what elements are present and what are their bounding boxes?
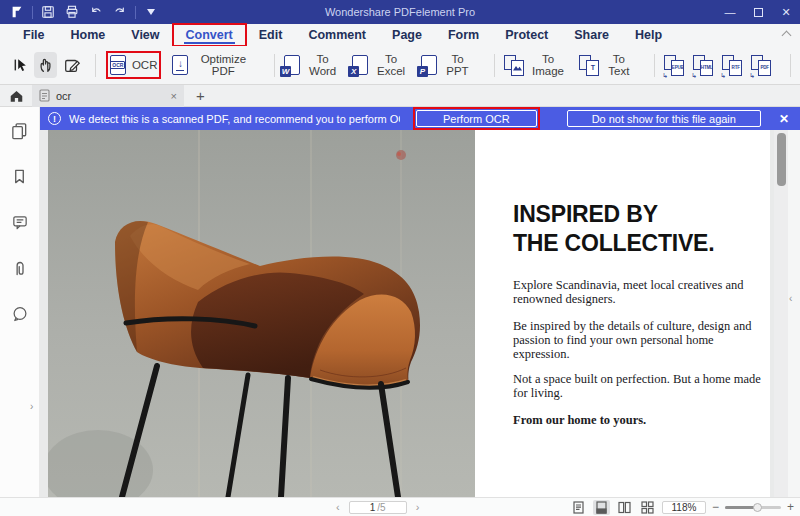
perform-ocr-button[interactable]: Perform OCR — [416, 110, 537, 127]
menu-collapse-chevron[interactable] — [783, 32, 790, 39]
document-canvas: INSPIRED BY THE COLLECTIVE. Explore Scan… — [40, 130, 800, 497]
grid-view-button[interactable] — [639, 500, 656, 515]
heading-line-1: INSPIRED BY — [513, 200, 768, 229]
more-convert-formats: EPUB↳ HTML↳ RTF↳ PDF↳ — [664, 55, 771, 76]
ocr-notification-bar: ! We detect this is a scanned PDF, and r… — [40, 107, 800, 130]
previous-page-button[interactable]: ‹ — [336, 502, 340, 513]
home-tab-button[interactable] — [0, 85, 32, 107]
menu-item-file[interactable]: File — [10, 24, 58, 46]
excel-doc-icon: X — [352, 55, 368, 75]
hand-tool-button[interactable] — [34, 52, 57, 78]
menu-item-view[interactable]: View — [118, 24, 172, 46]
ocr-label: OCR — [132, 59, 158, 71]
divider — [494, 54, 495, 77]
zoom-slider-handle[interactable] — [753, 503, 762, 512]
menu-item-edit[interactable]: Edit — [246, 24, 296, 46]
next-page-button[interactable]: › — [416, 502, 420, 513]
hand-icon — [37, 56, 55, 74]
home-icon — [9, 89, 24, 103]
to-word-label: To Word — [306, 53, 339, 77]
maximize-button[interactable] — [744, 0, 772, 24]
divider — [654, 54, 655, 77]
minimize-button[interactable]: — — [716, 0, 744, 24]
comment-panel-button[interactable] — [10, 212, 30, 232]
word-doc-icon: W — [284, 55, 300, 75]
do-not-show-button[interactable]: Do not show for this file again — [567, 110, 761, 127]
toolbar-dropdown-icon[interactable] — [142, 3, 160, 21]
undo-icon[interactable] — [87, 3, 105, 21]
text-doc-icon: T — [579, 55, 599, 76]
to-pdfa-button[interactable]: PDF↳ — [751, 55, 771, 76]
zoom-out-button[interactable]: − — [712, 501, 719, 513]
save-icon[interactable] — [39, 3, 57, 21]
menu-item-share[interactable]: Share — [561, 24, 622, 46]
chat-bubble-icon — [11, 305, 29, 323]
select-tool-button[interactable] — [8, 52, 31, 78]
optimize-pdf-button[interactable]: ↓ Optimize PDF — [172, 53, 252, 77]
ocr-icon: OCR — [110, 55, 126, 75]
to-html-button[interactable]: HTML↳ — [693, 55, 713, 76]
tab-close-icon[interactable]: × — [171, 90, 177, 102]
app-logo-icon — [8, 3, 26, 21]
menu-item-comment[interactable]: Comment — [295, 24, 379, 46]
left-panel-expander[interactable]: › — [30, 401, 33, 412]
menu-item-help[interactable]: Help — [622, 24, 675, 46]
right-panel-expander[interactable]: ‹ — [789, 293, 792, 304]
to-epub-button[interactable]: EPUB↳ — [664, 55, 684, 76]
chair-photo — [48, 130, 475, 497]
zoom-level-input[interactable]: 118% — [662, 501, 706, 514]
single-page-view-button[interactable] — [570, 500, 587, 515]
zoom-in-button[interactable]: + — [787, 501, 794, 513]
menu-bar: File Home View Convert Edit Comment Page… — [0, 24, 800, 46]
vertical-scrollbar[interactable] — [774, 130, 788, 497]
chat-panel-button[interactable] — [10, 304, 30, 324]
tab-bar: ocr × + — [0, 85, 800, 107]
menu-item-home[interactable]: Home — [58, 24, 119, 46]
close-button[interactable]: ✕ — [772, 0, 800, 24]
select-arrow-icon — [11, 56, 29, 74]
zoom-slider[interactable] — [725, 503, 781, 512]
menu-item-page[interactable]: Page — [379, 24, 435, 46]
divider — [135, 6, 136, 19]
to-image-label: To Image — [530, 53, 567, 77]
comment-icon — [11, 213, 29, 231]
two-page-view-button[interactable] — [616, 500, 633, 515]
to-rtf-button[interactable]: RTF↳ — [722, 55, 742, 76]
page-number-input[interactable]: 1 /5 — [349, 501, 407, 514]
ppt-doc-icon: P — [421, 55, 437, 75]
title-bar: Wondershare PDFelement Pro — ✕ — [0, 0, 800, 24]
left-sidebar — [0, 107, 40, 497]
to-excel-button[interactable]: X To Excel — [352, 53, 408, 77]
document-tab[interactable]: ocr × — [32, 85, 184, 107]
optimize-pdf-icon: ↓ — [172, 55, 188, 75]
thumbnail-panel-button[interactable] — [10, 120, 30, 140]
print-icon[interactable] — [63, 3, 81, 21]
single-page-icon — [572, 501, 585, 514]
divider — [790, 54, 791, 77]
notification-close-icon[interactable]: ✕ — [779, 112, 789, 126]
divider — [32, 6, 33, 19]
to-text-label: To Text — [605, 53, 632, 77]
edit-tool-button[interactable] — [60, 52, 83, 78]
page-total: /5 — [377, 502, 385, 513]
to-ppt-button[interactable]: P To PPT — [421, 53, 472, 77]
ocr-button[interactable]: OCR OCR — [110, 55, 158, 75]
document-heading: INSPIRED BY THE COLLECTIVE. — [513, 200, 768, 258]
to-image-button[interactable]: To Image — [504, 53, 567, 77]
divider — [274, 54, 275, 77]
paperclip-icon — [11, 259, 28, 277]
bookmark-panel-button[interactable] — [10, 166, 30, 186]
to-word-button[interactable]: W To Word — [284, 53, 339, 77]
thumbnails-icon — [10, 121, 29, 140]
heading-line-2: THE COLLECTIVE. — [513, 229, 768, 258]
new-tab-button[interactable]: + — [196, 87, 205, 104]
scrollbar-thumb[interactable] — [777, 133, 786, 186]
attachment-panel-button[interactable] — [10, 258, 30, 278]
continuous-view-button[interactable] — [593, 500, 610, 515]
menu-item-form[interactable]: Form — [435, 24, 492, 46]
divider — [95, 54, 96, 77]
menu-item-protect[interactable]: Protect — [492, 24, 561, 46]
redo-icon[interactable] — [111, 3, 129, 21]
to-text-button[interactable]: T To Text — [579, 53, 632, 77]
menu-item-convert[interactable]: Convert — [173, 24, 246, 46]
